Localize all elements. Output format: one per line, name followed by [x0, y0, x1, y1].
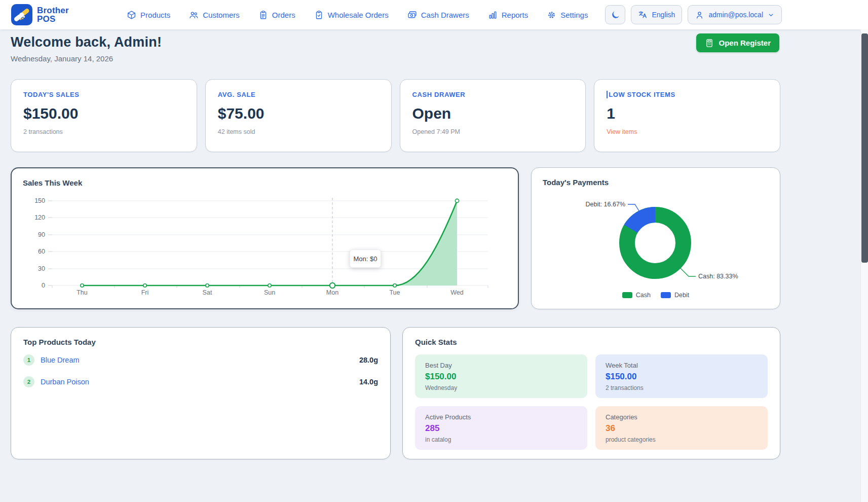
quick-stats-tiles: Best Day $150.00 Wednesday Week Total $1… — [415, 354, 768, 450]
product-row: 2 Durban Poison 14.0g — [23, 373, 378, 390]
dashboard-content: Welcome back, Admin! Wednesday, January … — [11, 29, 780, 502]
translate-icon — [638, 10, 648, 20]
top-products-title: Top Products Today — [23, 338, 378, 346]
brand-name-line2: POS — [37, 15, 69, 23]
legend-item-debit[interactable]: Debit — [661, 292, 689, 299]
sales-chart-title: Sales This Week — [23, 178, 507, 187]
x-tick: Sun — [264, 289, 275, 296]
nav-item-wholesale-orders[interactable]: Wholesale Orders — [314, 10, 389, 20]
product-link-durban-poison[interactable]: Durban Poison — [41, 378, 89, 386]
y-tick: 90 — [38, 231, 45, 238]
package-box-icon — [127, 10, 136, 20]
open-register-button[interactable]: Open Register — [696, 33, 779, 52]
text-caret — [607, 91, 608, 98]
product-quantity: 14.0g — [359, 378, 378, 386]
y-tick: 150 — [34, 197, 45, 204]
payments-donut-chart[interactable]: Debit: 16.67% Cash: 83.33% — [532, 187, 781, 306]
stat-card-cash-drawer: CASH DRAWER Open Opened 7:49 PM — [400, 79, 586, 152]
gear-icon — [547, 10, 556, 20]
moon-icon — [611, 10, 620, 20]
clipboard-check-icon — [314, 10, 324, 20]
chart-tooltip: Mon: $0 — [350, 249, 381, 268]
x-tick: Mon — [326, 289, 338, 296]
sales-this-week-card: Sales This Week — [11, 167, 519, 309]
tile-best-day: Best Day $150.00 Wednesday — [415, 354, 587, 398]
bar-chart-icon — [488, 10, 498, 20]
rank-badge: 2 — [23, 376, 34, 387]
tile-week-total: Week Total $150.00 2 transactions — [595, 354, 768, 398]
x-tick: Wed — [450, 289, 464, 296]
nav-item-orders[interactable]: Orders — [258, 10, 295, 20]
donut-legend: Cash Debit — [532, 292, 780, 299]
language-selector-button[interactable]: English — [631, 5, 682, 24]
scrollbar-thumb[interactable] — [861, 33, 868, 263]
sales-line — [82, 201, 457, 285]
sales-area-fill — [82, 201, 457, 285]
y-tick: 120 — [34, 214, 45, 221]
stat-card-low-stock: LOW STOCK ITEMS 1 View items — [594, 79, 780, 152]
debit-swatch — [661, 292, 671, 298]
nav-item-reports[interactable]: Reports — [488, 10, 529, 20]
x-tick: Sat — [203, 289, 212, 296]
nav-item-cash-drawers[interactable]: Cash Drawers — [407, 10, 469, 20]
tile-active-products: Active Products 285 in catalog — [415, 406, 587, 450]
x-tick: Tue — [389, 289, 400, 296]
data-point-markers — [81, 199, 459, 288]
stat-card-todays-sales: TODAY'S SALES $150.00 2 transactions — [11, 79, 197, 152]
vertical-scrollbar[interactable] — [860, 29, 868, 502]
bottom-row: Top Products Today 1 Blue Dream 28.0g 2 … — [11, 327, 780, 459]
register-calculator-icon — [705, 39, 714, 48]
payments-chart-title: Today's Payments — [543, 178, 769, 187]
top-products-card: Top Products Today 1 Blue Dream 28.0g 2 … — [11, 327, 391, 459]
y-tick: 0 — [42, 282, 45, 289]
cash-callout-label: Cash: 83.33% — [698, 273, 738, 280]
user-email-label: admin@pos.local — [708, 11, 763, 19]
brand-name-line1: Brother — [37, 6, 69, 15]
hovered-point-marker — [330, 283, 335, 288]
clipboard-icon — [258, 10, 268, 20]
top-navigation-bar: Brother POS Products Customers Orders — [0, 0, 868, 29]
product-link-blue-dream[interactable]: Blue Dream — [41, 356, 80, 364]
rank-badge: 1 — [23, 354, 34, 366]
stat-cards-row: TODAY'S SALES $150.00 2 transactions AVG… — [11, 79, 780, 152]
y-tick: 30 — [38, 265, 45, 272]
nav-item-products[interactable]: Products — [127, 10, 170, 20]
view-low-stock-items-link[interactable]: View items — [607, 128, 637, 135]
dark-mode-toggle-button[interactable] — [605, 5, 625, 24]
nav-item-settings[interactable]: Settings — [547, 10, 588, 20]
legend-item-cash[interactable]: Cash — [622, 292, 651, 299]
nav-actions: English admin@pos.local — [605, 5, 782, 24]
handshake-logo-icon — [11, 4, 32, 25]
product-row: 1 Blue Dream 28.0g — [23, 351, 378, 368]
users-icon — [189, 10, 199, 20]
stat-card-avg-sale: AVG. SALE $75.00 42 items sold — [205, 79, 392, 152]
x-tick: Thu — [77, 289, 88, 296]
cash-swatch — [622, 292, 632, 298]
y-tick: 60 — [38, 248, 45, 255]
debit-callout-label: Debit: 16.67% — [585, 201, 625, 208]
page-date: Wednesday, January 14, 2026 — [11, 54, 780, 63]
chevron-down-icon — [767, 11, 775, 19]
cash-callout-line — [681, 268, 696, 276]
brand-logo[interactable]: Brother POS — [11, 4, 69, 25]
tile-categories: Categories 36 product categories — [595, 406, 768, 450]
main-menu: Products Customers Orders Wholesale Orde… — [127, 10, 588, 20]
cash-drawer-icon — [407, 10, 417, 20]
product-quantity: 28.0g — [359, 356, 378, 364]
nav-item-customers[interactable]: Customers — [189, 10, 240, 20]
quick-stats-title: Quick Stats — [415, 338, 768, 346]
sales-week-line-chart[interactable]: 150 120 90 60 30 0 — [17, 193, 503, 302]
quick-stats-card: Quick Stats Best Day $150.00 Wednesday W… — [402, 327, 780, 459]
charts-row: Sales This Week — [11, 167, 780, 309]
user-account-menu-button[interactable]: admin@pos.local — [688, 5, 782, 24]
user-icon — [695, 10, 704, 20]
x-tick: Fri — [141, 289, 149, 296]
page-title: Welcome back, Admin! — [11, 34, 780, 50]
todays-payments-card: Today's Payments Debit: 16.67% Cash: 83.… — [531, 167, 780, 309]
